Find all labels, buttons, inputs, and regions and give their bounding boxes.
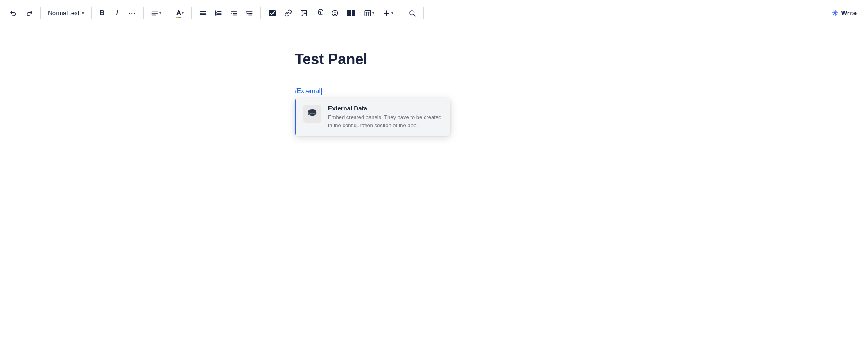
- panel-button[interactable]: [344, 6, 359, 20]
- divider-4: [169, 7, 169, 19]
- svg-rect-28: [347, 10, 351, 16]
- editor-area: Test Panel /External External Data: [0, 26, 868, 347]
- numbered-list-button[interactable]: 1 2 3: [211, 6, 225, 20]
- search-icon: [409, 9, 416, 17]
- external-data-description: Embed created panels. They have to be cr…: [328, 113, 443, 129]
- svg-point-3: [200, 11, 201, 12]
- text-style-chevron: ▾: [82, 11, 84, 15]
- divider-1: [40, 7, 41, 19]
- bold-button[interactable]: B: [96, 6, 109, 20]
- divider-6: [260, 7, 261, 19]
- divider-3: [143, 7, 144, 19]
- table-icon: [364, 9, 371, 17]
- svg-point-7: [200, 14, 201, 15]
- table-button[interactable]: ▾: [361, 6, 377, 20]
- mention-button[interactable]: [312, 6, 326, 20]
- italic-label: I: [116, 9, 118, 17]
- align-button[interactable]: ▾: [148, 6, 165, 20]
- divider-5: [191, 7, 192, 19]
- search-button[interactable]: [405, 6, 419, 20]
- undo-button[interactable]: [7, 6, 20, 20]
- svg-point-27: [336, 12, 337, 13]
- divider-2: [91, 7, 92, 19]
- svg-rect-30: [365, 10, 371, 16]
- italic-button[interactable]: I: [111, 6, 124, 20]
- slash-command-line: /External: [295, 88, 573, 95]
- mention-icon: [316, 9, 323, 17]
- svg-point-23: [303, 11, 303, 12]
- svg-point-26: [334, 12, 335, 13]
- text-color-chevron: ▾: [182, 11, 184, 15]
- svg-rect-29: [352, 10, 355, 16]
- image-button[interactable]: [297, 6, 311, 20]
- bullet-list-button[interactable]: [196, 6, 210, 20]
- redo-button[interactable]: [22, 6, 36, 20]
- database-icon: [307, 108, 318, 119]
- table-chevron: ▾: [372, 11, 374, 15]
- svg-point-5: [200, 12, 201, 13]
- editor-content: Test Panel /External External Data: [295, 51, 573, 331]
- link-icon: [285, 9, 292, 17]
- numbered-list-icon: 1 2 3: [215, 9, 222, 17]
- image-icon: [300, 9, 307, 17]
- write-button[interactable]: ✳ Write: [827, 6, 861, 20]
- slash-command-dropdown: External Data Embed created panels. They…: [295, 98, 450, 136]
- bullet-list-icon: [199, 9, 206, 17]
- more-formatting-button[interactable]: ···: [125, 6, 139, 20]
- write-spinner-icon: ✳: [832, 9, 838, 18]
- text-style-button[interactable]: Normal text ▾: [45, 6, 87, 20]
- svg-point-25: [332, 10, 338, 16]
- emoji-icon: [331, 9, 339, 17]
- panel-icon: [347, 9, 356, 17]
- checkbox-icon: [268, 9, 276, 17]
- external-data-content: External Data Embed created panels. They…: [328, 105, 443, 129]
- external-data-title: External Data: [328, 105, 443, 112]
- outdent-icon: [230, 9, 237, 17]
- slash-command-text[interactable]: /External: [295, 88, 322, 95]
- indent-icon: [246, 9, 253, 17]
- undo-icon: [10, 9, 17, 17]
- text-color-button[interactable]: A ▾: [173, 6, 188, 20]
- divider-8: [423, 7, 424, 19]
- document-title[interactable]: Test Panel: [295, 51, 573, 68]
- insert-icon: [382, 9, 391, 17]
- align-icon: [151, 9, 158, 17]
- more-label: ···: [129, 9, 136, 17]
- write-label: Write: [841, 9, 857, 16]
- svg-line-38: [414, 14, 416, 16]
- bold-label: B: [100, 9, 105, 17]
- emoji-button[interactable]: [328, 6, 342, 20]
- align-chevron: ▾: [159, 11, 161, 15]
- indent-button[interactable]: [242, 6, 256, 20]
- external-data-icon-container: [303, 105, 321, 123]
- text-style-label: Normal text: [48, 9, 79, 16]
- text-color-icon: A: [176, 9, 181, 17]
- outdent-button[interactable]: [227, 6, 241, 20]
- external-data-item[interactable]: External Data Embed created panels. They…: [295, 98, 450, 136]
- insert-chevron: ▾: [391, 11, 393, 15]
- redo-icon: [25, 9, 33, 17]
- svg-text:3: 3: [215, 13, 217, 16]
- link-button[interactable]: [281, 6, 295, 20]
- checkbox-button[interactable]: [265, 6, 280, 20]
- toolbar: Normal text ▾ B I ··· ▾ A ▾: [0, 0, 868, 26]
- insert-button[interactable]: ▾: [379, 6, 397, 20]
- divider-7: [401, 7, 401, 19]
